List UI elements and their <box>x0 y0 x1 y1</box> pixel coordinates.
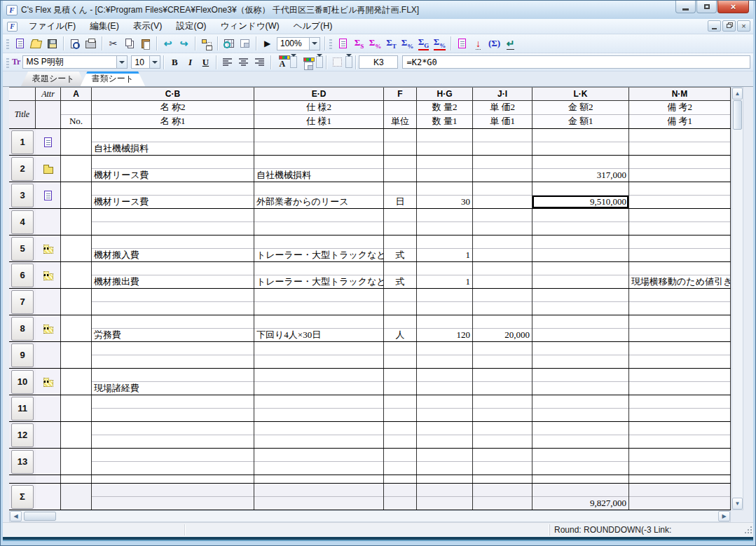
cell-ji2[interactable] <box>473 449 532 462</box>
cell-area-button[interactable] <box>237 36 253 51</box>
total-cell[interactable] <box>532 484 628 497</box>
font-dropdown-button[interactable] <box>116 56 127 68</box>
cell-cb1[interactable]: 労務費 <box>92 329 254 341</box>
cell-ed2[interactable] <box>254 289 383 302</box>
title-bar[interactable]: F C's Flex 見積くん - [C:¥Program Files¥CREA… <box>3 1 753 19</box>
row-header-8[interactable]: 8 <box>11 317 34 341</box>
cell-f2[interactable] <box>384 236 416 249</box>
col-header-ji[interactable]: J·I <box>473 88 532 100</box>
row-header-3[interactable]: 3 <box>11 184 34 207</box>
bold-button[interactable]: B <box>167 55 182 69</box>
cell-hg1[interactable]: 120 <box>417 329 472 341</box>
cell-f1[interactable] <box>384 355 416 368</box>
cell-cb1[interactable] <box>92 462 254 475</box>
cell-hg1[interactable] <box>417 222 472 235</box>
col-header-nm[interactable]: N·M <box>629 88 731 100</box>
toolbar-grip[interactable] <box>329 38 332 49</box>
no-cell[interactable] <box>61 315 92 341</box>
cell-hg2[interactable] <box>417 422 472 435</box>
cell-cb1[interactable]: 現場諸経費 <box>92 382 254 395</box>
cell-ed1[interactable] <box>254 435 383 448</box>
attr-cell[interactable] <box>36 449 61 475</box>
row-header-11[interactable]: 11 <box>11 397 34 421</box>
row-header-9[interactable]: 9 <box>11 343 34 367</box>
no-cell[interactable] <box>61 262 92 288</box>
cell-hg1[interactable] <box>417 435 472 448</box>
run-button[interactable]: ▶ <box>259 36 275 51</box>
cell-f1[interactable] <box>384 382 416 395</box>
align-right-button[interactable] <box>252 55 268 70</box>
save-button[interactable] <box>44 36 60 51</box>
cell-cb2[interactable] <box>92 315 254 329</box>
cell-ji2[interactable] <box>473 369 532 382</box>
sum-button-g[interactable]: ΣG <box>415 36 432 51</box>
cell-lk1[interactable] <box>532 462 628 475</box>
attr-cell[interactable] <box>36 129 61 155</box>
cell-cb2[interactable] <box>92 422 254 435</box>
cell-f1[interactable]: 日 <box>384 196 416 208</box>
open-file-button[interactable] <box>28 36 44 51</box>
align-left-button[interactable] <box>219 55 235 70</box>
no-cell[interactable] <box>61 236 92 261</box>
cell-hg1[interactable]: 30 <box>417 196 472 208</box>
cell-ed1[interactable] <box>254 382 383 395</box>
no-cell[interactable] <box>61 209 92 235</box>
cell-cb2[interactable] <box>92 342 254 355</box>
send-down-button[interactable]: ↓ <box>470 36 486 51</box>
resize-grip[interactable] <box>743 525 752 534</box>
cell-hg1[interactable] <box>417 169 472 182</box>
align-center-button[interactable] <box>235 55 252 70</box>
cell-ji1[interactable] <box>473 249 532 261</box>
jump-back-button[interactable]: ↩ <box>160 36 176 51</box>
cell-nm2[interactable] <box>629 369 730 382</box>
total-cell[interactable] <box>92 497 254 510</box>
tab-title-sheet[interactable]: 表題シート <box>21 71 86 86</box>
no-cell[interactable] <box>61 342 92 368</box>
cell-lk2[interactable] <box>532 182 628 196</box>
zoom-select[interactable]: 100% <box>277 37 320 50</box>
row-header-10[interactable]: 10 <box>11 370 34 394</box>
fill-color-button[interactable] <box>300 55 316 70</box>
cell-nm2[interactable] <box>629 289 730 302</box>
cell-lk1[interactable] <box>532 355 628 368</box>
cell-nm1[interactable] <box>629 435 730 448</box>
cell-lk1[interactable] <box>532 329 628 341</box>
menu-item-1[interactable]: 編集(E) <box>83 19 126 34</box>
fill-color-dropdown[interactable] <box>316 56 323 68</box>
font-color-button[interactable]: A <box>274 55 290 70</box>
cell-hg1[interactable] <box>417 409 472 421</box>
cell-ji2[interactable] <box>473 156 532 169</box>
attr-cell[interactable] <box>36 342 61 368</box>
cell-f2[interactable] <box>384 449 416 462</box>
col-header-lk[interactable]: L·K <box>532 88 629 100</box>
cell-hg2[interactable] <box>417 262 472 275</box>
cell-ji2[interactable] <box>473 342 532 355</box>
cell-nm1[interactable]: 現場横移動のため値引き <box>629 275 730 288</box>
cell-ji2[interactable] <box>473 422 532 435</box>
row-header-1[interactable]: 1 <box>11 130 34 154</box>
cell-nm1[interactable] <box>629 355 730 368</box>
cell-ji2[interactable] <box>473 209 532 222</box>
cell-nm2[interactable] <box>629 315 730 329</box>
attr-cell[interactable] <box>36 209 61 235</box>
cell-ed1[interactable] <box>254 222 383 235</box>
cell-nm2[interactable] <box>629 422 730 435</box>
cell-ed2[interactable] <box>254 369 383 382</box>
cell-lk1[interactable] <box>532 409 628 421</box>
sum-button-%[interactable]: Σ% <box>432 36 448 51</box>
no-cell[interactable] <box>61 395 92 421</box>
cell-ed1[interactable] <box>254 462 383 475</box>
cell-f2[interactable] <box>384 156 416 169</box>
mdi-restore-button[interactable] <box>722 20 736 32</box>
cell-reference-box[interactable]: K3 <box>359 55 398 69</box>
cell-nm1[interactable] <box>629 222 730 235</box>
cell-ji1[interactable] <box>473 196 532 208</box>
cell-cb1[interactable]: 機材搬出費 <box>92 275 254 288</box>
row-header-13[interactable]: 13 <box>11 450 34 474</box>
cell-lk2[interactable] <box>532 289 628 302</box>
cell-f1[interactable] <box>384 462 416 475</box>
cell-hg2[interactable] <box>417 315 472 329</box>
vertical-scroll-track[interactable] <box>732 130 743 498</box>
cell-ed1[interactable]: トレーラー・大型トラックなど <box>254 249 383 261</box>
selected-cell[interactable]: 9,510,000 <box>532 196 628 208</box>
